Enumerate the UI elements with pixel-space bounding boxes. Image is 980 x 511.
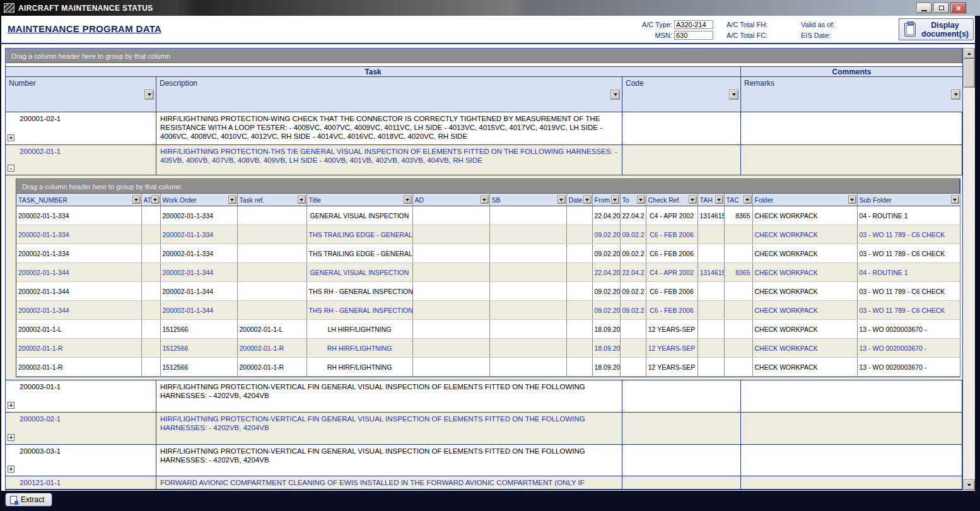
nested-col-tac[interactable]: TAC <box>724 194 752 206</box>
nested-row[interactable]: 200002-01-1-334200002-01-1-334THS TRAILI… <box>16 225 960 244</box>
column-header-description[interactable]: Description <box>156 77 622 112</box>
nested-row[interactable]: 200002-01-1-344200002-01-1-344THS RH - G… <box>16 282 960 301</box>
titlebar[interactable]: AIRCRAFT MAINTENANCE STATUS <box>0 0 980 16</box>
nested-row[interactable]: 200002-01-1-334200002-01-1-334THS TRAILI… <box>16 244 960 263</box>
minimize-button[interactable] <box>916 3 932 13</box>
ac-type-label: A/C Type: <box>637 21 672 28</box>
clipboard-icon <box>904 23 916 37</box>
nested-group-by-panel[interactable]: Drag a column header here to group by th… <box>16 179 960 194</box>
cell-from: 18.09.20 <box>592 358 620 377</box>
filter-button[interactable] <box>610 90 620 100</box>
bottom-bar: Extract <box>0 491 980 511</box>
msn-field[interactable] <box>674 31 713 40</box>
task-number-cell: - 200002-01-1 <box>6 145 156 175</box>
column-label: Work Order <box>163 196 228 204</box>
scroll-up-button[interactable] <box>964 48 975 59</box>
restore-button[interactable] <box>933 3 949 13</box>
filter-button[interactable] <box>132 196 141 204</box>
column-header-code[interactable]: Code <box>622 77 741 112</box>
filter-button[interactable] <box>583 196 592 204</box>
nested-col-tah[interactable]: TAH <box>697 194 724 206</box>
cell-folder: CHECK WORKPACK <box>752 301 857 320</box>
expand-button[interactable]: + <box>8 134 15 141</box>
filter-button[interactable] <box>744 196 752 204</box>
column-label: To <box>622 196 637 204</box>
scrollbar-thumb[interactable] <box>964 59 975 88</box>
cell-tah <box>697 225 724 244</box>
cell-from: 09.02.20 <box>592 244 620 263</box>
app-icon[interactable] <box>4 3 15 13</box>
task-row[interactable]: 200121-01-1 FORWARD AVIONIC COMPARTMENT … <box>6 476 962 490</box>
nested-row[interactable]: 200002-01-1-344200002-01-1-344THS RH - G… <box>16 301 960 320</box>
expand-button[interactable]: + <box>8 402 15 409</box>
column-label: TASK_NUMBER <box>18 196 132 204</box>
task-row[interactable]: + 200003-02-1 HIRF/LIGHTNING PROTECTION-… <box>6 413 962 445</box>
task-row[interactable]: + 200003-01-1 HIRF/LIGHTNING PROTECTION-… <box>6 380 962 413</box>
nested-col-work-order[interactable]: Work Order <box>160 194 237 206</box>
filter-button[interactable] <box>228 196 236 204</box>
close-button[interactable] <box>950 3 966 13</box>
cell-to: 09.02.2 <box>620 301 646 320</box>
scroll-down-button[interactable] <box>964 479 975 490</box>
cell-sub-folder: 03 - WO 11 789 - C6 CHECK <box>857 282 960 301</box>
filter-dropdown-icon <box>559 199 563 201</box>
filter-button[interactable] <box>404 196 412 204</box>
task-row[interactable]: + 200001-02-1 HIRF/LIGHTNING PROTECTION-… <box>6 112 962 145</box>
filter-button[interactable] <box>689 196 697 204</box>
group-by-panel[interactable]: Drag a column header here to group by th… <box>6 49 962 63</box>
nested-col-check-ref[interactable]: Check Ref. <box>646 194 697 206</box>
cell-title: RH HIRF/LIGHTNING <box>306 358 412 377</box>
cell-sub-folder: 04 - ROUTINE 1 <box>857 206 960 225</box>
filter-button[interactable] <box>144 90 154 100</box>
filter-button[interactable] <box>637 196 645 204</box>
filter-button[interactable] <box>951 90 960 100</box>
task-row[interactable]: + 200003-03-1 HIRF/LIGHTNING PROTECTION-… <box>6 445 962 476</box>
nested-col-task-number[interactable]: TASK_NUMBER <box>16 194 141 206</box>
filter-button[interactable] <box>729 90 738 100</box>
extract-button[interactable]: Extract <box>5 493 52 507</box>
column-header-remarks[interactable]: Remarks <box>741 77 962 112</box>
nested-col-sub-folder[interactable]: Sub Folder <box>857 194 960 206</box>
nested-col-folder[interactable]: Folder <box>752 194 857 206</box>
filter-button[interactable] <box>715 196 723 204</box>
nested-col-title[interactable]: Title <box>306 194 412 206</box>
ac-type-field[interactable] <box>674 20 713 29</box>
nested-col-ata[interactable]: ATA <box>141 194 160 206</box>
cell-folder: CHECK WORKPACK <box>752 339 857 358</box>
cell-to <box>620 339 646 358</box>
filter-button[interactable] <box>151 196 160 204</box>
filter-button[interactable] <box>557 196 566 204</box>
nested-row[interactable]: 200002-01-1-L1512566200002-01-1-LLH HIRF… <box>16 320 960 339</box>
nested-col-ad[interactable]: AD <box>412 194 489 206</box>
expand-button[interactable]: + <box>8 434 15 441</box>
nested-row[interactable]: 200002-01-1-344200002-01-1-344GENERAL VI… <box>16 263 960 282</box>
filter-button[interactable] <box>848 196 856 204</box>
display-documents-button[interactable]: Display document(s) <box>899 18 974 40</box>
nested-col-to[interactable]: To <box>620 194 646 206</box>
filter-button[interactable] <box>951 196 959 204</box>
filter-button[interactable] <box>481 196 489 204</box>
task-row[interactable]: - 200002-01-1 HIRF/LIGHTNING PROTECTION-… <box>6 145 962 175</box>
filter-button[interactable] <box>611 196 619 204</box>
column-header-number[interactable]: Number <box>6 77 156 112</box>
cell-check-ref: C6 - FEB 2006 <box>646 301 697 320</box>
total-fh-label: A/C Total FH: <box>726 21 767 28</box>
nested-row[interactable]: 200002-01-1-R1512566200002-01-1-RRH HIRF… <box>16 339 960 358</box>
band-comments[interactable]: Comments <box>741 67 962 76</box>
cell-tah: 1314615 <box>697 206 724 225</box>
vertical-scrollbar[interactable] <box>964 48 975 490</box>
cell-sb <box>489 358 566 377</box>
nested-col-from[interactable]: From <box>592 194 620 206</box>
nested-col-sb[interactable]: SB <box>489 194 566 206</box>
nested-row[interactable]: 200002-01-1-R1512566200002-01-1-RRH HIRF… <box>16 358 960 377</box>
expand-button[interactable]: + <box>8 466 15 473</box>
nested-row[interactable]: 200002-01-1-334200002-01-1-334GENERAL VI… <box>16 206 960 225</box>
nested-col-task-ref[interactable]: Task ref. <box>237 194 306 206</box>
filter-button[interactable] <box>298 196 306 204</box>
nested-col-date[interactable]: Date <box>566 194 592 206</box>
cell-sub-folder: 03 - WO 11 789 - C6 CHECK <box>857 301 960 320</box>
collapse-button[interactable]: - <box>8 165 15 172</box>
filter-dropdown-icon <box>614 93 617 96</box>
msn-label: MSN: <box>637 32 672 39</box>
band-task[interactable]: Task <box>6 67 741 76</box>
